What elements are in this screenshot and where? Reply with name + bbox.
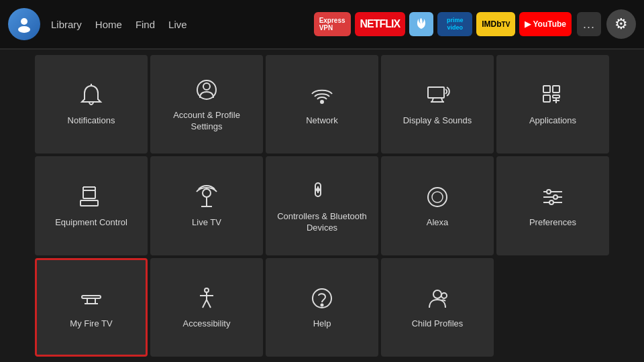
grid-item-display-sounds[interactable]: Display & Sounds [381, 55, 494, 154]
accessibility-label: Accessibility [183, 318, 231, 330]
svg-point-22 [203, 189, 211, 197]
imdb-shortcut[interactable]: IMDbTV [476, 12, 515, 36]
grid-item-help[interactable]: Help [266, 258, 378, 357]
svg-rect-16 [83, 190, 95, 198]
account-profile-label: Account & Profile Settings [157, 110, 256, 133]
svg-point-36 [549, 200, 553, 204]
accessibility-icon [193, 285, 220, 312]
child-profile-icon [424, 285, 451, 312]
notifications-label: Notifications [68, 115, 115, 127]
grid-item-accessibility[interactable]: Accessibility [150, 258, 263, 357]
imdb-label: IMDbTV [482, 19, 510, 29]
svg-point-4 [203, 83, 210, 90]
svg-point-29 [428, 188, 447, 206]
svg-rect-10 [543, 86, 550, 93]
sliders-icon [539, 184, 566, 210]
svg-point-30 [432, 192, 443, 202]
applications-label: Applications [529, 115, 576, 127]
person-circle-icon [193, 76, 220, 103]
svg-point-46 [433, 290, 441, 298]
prime-label: primevideo [447, 17, 464, 32]
svg-rect-37 [82, 296, 101, 298]
grid-item-equipment-control[interactable]: Equipment Control [35, 156, 148, 255]
tv-remote-icon [78, 184, 105, 210]
youtube-shortcut[interactable]: ▶ YouTube [519, 12, 572, 36]
svg-rect-13 [553, 95, 559, 98]
display-sound-icon [424, 82, 451, 109]
firetv-icon [78, 285, 105, 312]
navbar: Library Home Find Live ExpressVPN NETFLI… [0, 0, 644, 48]
grid-item-applications[interactable]: Applications [496, 55, 609, 154]
my-fire-tv-label: My Fire TV [70, 318, 112, 330]
grid-item-alexa[interactable]: Alexa [381, 156, 494, 255]
svg-rect-12 [543, 95, 550, 102]
more-button[interactable]: ... [577, 12, 601, 36]
antenna-icon [193, 184, 220, 210]
controller-icon [309, 178, 335, 204]
grid-item-child-profiles[interactable]: Child Profiles [381, 258, 494, 357]
svg-point-35 [553, 195, 557, 199]
help-label: Help [313, 318, 331, 330]
netflix-label: NETFLIX [360, 18, 400, 30]
svg-rect-18 [80, 200, 98, 206]
grid-item-notifications[interactable]: Notifications [35, 55, 148, 154]
help-circle-icon [309, 285, 335, 312]
grid-item-preferences[interactable]: Preferences [496, 156, 609, 255]
wifi-icon [309, 82, 335, 109]
svg-point-47 [441, 293, 447, 298]
svg-point-34 [547, 190, 551, 194]
svg-point-41 [205, 288, 209, 292]
live-tv-label: Live TV [192, 217, 221, 229]
alexa-icon [424, 184, 451, 210]
grid-item-live-tv[interactable]: Live TV [150, 156, 263, 255]
fire-icon [414, 17, 429, 32]
grid-item-account-profile[interactable]: Account & Profile Settings [150, 55, 263, 154]
netflix-shortcut[interactable]: NETFLIX [355, 12, 406, 36]
svg-rect-6 [428, 87, 444, 98]
preferences-label: Preferences [529, 217, 576, 229]
apps-icon [539, 82, 566, 109]
nav-live[interactable]: Live [168, 16, 187, 33]
svg-rect-11 [553, 86, 559, 93]
youtube-label: ▶ YouTube [525, 19, 566, 29]
child-profiles-label: Child Profiles [412, 318, 464, 330]
display-sounds-label: Display & Sounds [403, 115, 472, 127]
nav-find[interactable]: Find [136, 16, 155, 33]
equipment-control-label: Equipment Control [55, 217, 127, 229]
nav-home[interactable]: Home [95, 16, 122, 33]
svg-point-45 [321, 304, 323, 306]
grid-item-network[interactable]: Network [266, 55, 378, 154]
grid-item-controllers-bluetooth[interactable]: Controllers & Bluetooth Devices [266, 156, 378, 255]
network-label: Network [306, 115, 338, 127]
settings-button[interactable]: ⚙ [606, 9, 636, 39]
app-shortcuts: ExpressVPN NETFLIX primevideo IMDbTV ▶ Y… [314, 12, 572, 36]
controllers-bluetooth-label: Controllers & Bluetooth Devices [272, 211, 372, 234]
svg-point-0 [21, 18, 28, 25]
svg-point-5 [321, 101, 323, 103]
expressvpn-label: ExpressVPN [319, 17, 345, 32]
grid-item-my-fire-tv[interactable]: My Fire TV [35, 258, 148, 357]
bell-icon [78, 82, 105, 109]
svg-point-1 [18, 26, 30, 33]
expressvpn-shortcut[interactable]: ExpressVPN [314, 12, 351, 36]
avatar[interactable] [8, 8, 40, 40]
nav-library[interactable]: Library [51, 16, 82, 33]
settings-grid: Notifications Account & Profile Settings… [0, 50, 644, 362]
nav-links: Library Home Find Live [51, 16, 187, 33]
prime-shortcut[interactable]: primevideo [437, 12, 472, 36]
fire-shortcut[interactable] [409, 12, 433, 36]
alexa-label: Alexa [427, 217, 449, 229]
